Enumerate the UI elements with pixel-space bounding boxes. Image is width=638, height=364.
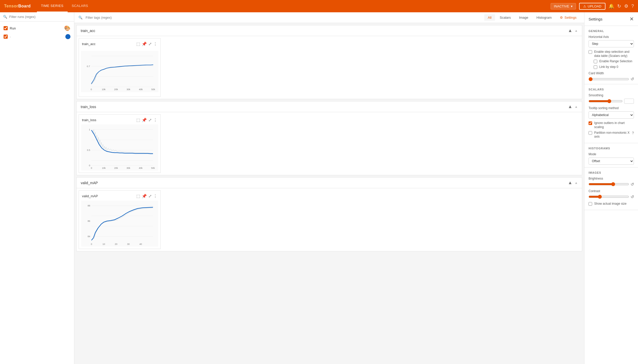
tab-scalars[interactable]: Scalars [496,14,514,21]
enable-step-selection-checkbox[interactable] [589,50,592,54]
chart-pin-3-icon[interactable]: 📌 [142,194,147,199]
run-color-dot[interactable] [65,34,70,39]
collapse-train-acc-btn[interactable]: ▲ [568,28,572,33]
enable-step-selection-label: Enable step selection and data table (Sc… [594,50,634,58]
svg-text:0.7: 0.7 [87,65,90,68]
svg-rect-0 [81,51,158,92]
horizontal-axis-select[interactable]: Step Relative Wall [589,40,634,47]
settings-general: GENERAL Horizontal Axis Step Relative Wa… [584,26,638,84]
chart-svg-train-loss: 1 0.5 0 0 10k 20k 30k 40k 50k [81,124,158,171]
chart-fullscreen-2-icon[interactable]: ⤢ [148,118,152,122]
run-all-checkbox[interactable] [4,26,8,30]
section-train-loss: train_loss ▲ ▲ train_loss ⬚ 📌 ⤢ ⋮ [76,101,582,175]
settings-panel-btn[interactable]: ⚙ Settings [556,14,580,21]
svg-text:10k: 10k [102,167,106,169]
inactive-dropdown[interactable]: INACTIVE ▾ [551,3,576,9]
brightness-slider[interactable] [589,182,629,186]
settings-scalars: SCALARS Smoothing 0.6 Tooltip sorting me… [584,84,638,143]
tab-all[interactable]: All [484,14,495,21]
tab-histogram[interactable]: Histogram [533,14,555,21]
notifications-icon[interactable]: 🔔 [609,3,614,9]
svg-text:0: 0 [91,243,92,245]
chart-more-icon[interactable]: ⋮ [153,41,157,46]
contrast-slider[interactable] [589,195,629,199]
link-by-step-checkbox[interactable] [594,65,597,69]
tab-image[interactable]: Image [516,14,532,21]
collapse-train-loss-btn[interactable]: ▲ [568,104,572,109]
svg-text:84: 84 [88,235,90,238]
chart-fullscreen-icon[interactable]: ⤢ [148,41,152,46]
chart-actions-train-acc: ⬚ 📌 ⤢ ⋮ [136,41,157,46]
run-list-header: Run 🎨 [0,24,74,33]
svg-text:20k: 20k [114,167,118,169]
contrast-reset-icon[interactable]: ↺ [631,194,634,199]
chart-pin-icon[interactable]: 📌 [142,41,147,46]
svg-text:20: 20 [115,243,117,245]
horizontal-axis-label: Horizontal Axis [589,35,634,39]
sidebar: 🔍 Run 🎨 · [0,12,74,364]
main-content: 🔍 All Scalars Image Histogram ⚙ Settings… [74,12,584,364]
partition-checkbox[interactable] [589,131,592,135]
card-width-reset-icon[interactable]: ↺ [631,77,634,81]
mode-select[interactable]: Offset Overlay [589,158,634,165]
svg-text:40: 40 [139,243,142,245]
nav-time-series[interactable]: TIME SERIES [37,0,68,12]
settings-panel-header: Settings ✕ [584,12,638,26]
partition-help-icon[interactable]: ? [632,131,634,135]
chart-expand-2-icon[interactable]: ⬚ [136,118,140,122]
svg-text:10k: 10k [102,88,106,91]
filter-bar: 🔍 All Scalars Image Histogram ⚙ Settings [74,12,584,23]
chart-title-train-acc: train_acc [82,42,96,46]
enable-range-checkbox[interactable] [594,60,597,63]
chart-card-train-acc: train_acc ⬚ 📌 ⤢ ⋮ [79,38,161,97]
filter-runs-input[interactable] [9,15,71,19]
logo: TensorBoard [4,4,31,8]
gear-icon[interactable]: ⚙ [624,3,628,9]
chart-expand-icon[interactable]: ⬚ [136,41,140,46]
chart-pin-2-icon[interactable]: 📌 [142,118,147,122]
nav-scalars[interactable]: SCALARS [68,0,92,12]
svg-text:40k: 40k [139,88,143,91]
section-train-loss-header[interactable]: train_loss ▲ ▲ [77,101,582,112]
chart-card-valid-map-header: valid_mAP ⬚ 📌 ⤢ ⋮ [81,193,158,201]
filter-tabs: All Scalars Image Histogram ⚙ Settings [484,14,580,21]
collapse-valid-map-btn[interactable]: ▲ [568,180,572,185]
run-checkbox-dot[interactable] [4,35,8,39]
chart-card-valid-map: valid_mAP ⬚ 📌 ⤢ ⋮ [79,190,161,249]
histograms-section-label: HISTOGRAMS [589,147,634,150]
mode-label: Mode [589,152,634,156]
svg-text:10: 10 [102,243,105,245]
show-actual-size-checkbox[interactable] [589,202,592,206]
enable-range-row: Enable Range Selection [594,59,634,64]
smoothing-slider[interactable] [589,99,623,103]
chart-card-train-loss: train_loss ⬚ 📌 ⤢ ⋮ [79,114,161,173]
scalars-section-label: SCALARS [589,88,634,91]
scroll-up-3-icon: ▲ [574,181,578,185]
upload-button[interactable]: ⚠ UPLOAD [579,3,605,10]
chart-svg-valid-map: 88 86 84 0 10 20 30 40 [81,201,158,247]
section-valid-map-header[interactable]: valid_mAP ▲ ▲ [77,178,582,188]
chart-fullscreen-3-icon[interactable]: ⤢ [148,194,152,199]
chart-more-2-icon[interactable]: ⋮ [153,118,157,122]
chart-title-train-loss: train_loss [82,118,96,122]
smoothing-value-input[interactable]: 0.6 [624,99,634,104]
palette-icon[interactable]: 🎨 [64,25,70,31]
chart-more-3-icon[interactable]: ⋮ [153,194,157,199]
brightness-label: Brightness [589,177,634,180]
chart-expand-3-icon[interactable]: ⬚ [136,194,140,199]
tooltip-sort-select[interactable]: Alphabetical Ascending Descending Defaul… [589,111,634,119]
link-by-step-label: Link by step 0 [599,65,618,69]
refresh-icon[interactable]: ↻ [617,3,621,9]
section-train-acc-header[interactable]: train_acc ▲ ▲ [77,25,582,36]
brightness-reset-icon[interactable]: ↺ [631,182,634,187]
general-section-label: GENERAL [589,29,634,33]
settings-close-button[interactable]: ✕ [630,16,634,22]
filter-tags-input[interactable] [86,16,481,19]
card-width-slider[interactable] [589,77,629,81]
smoothing-label: Smoothing [589,93,634,97]
ignore-outliers-checkbox[interactable] [589,121,592,125]
help-icon[interactable]: ? [631,4,634,9]
range-selection-indent: Enable Range Selection Link by step 0 [594,59,634,69]
svg-text:30k: 30k [127,88,130,91]
chart-actions-valid-map: ⬚ 📌 ⤢ ⋮ [136,194,157,199]
